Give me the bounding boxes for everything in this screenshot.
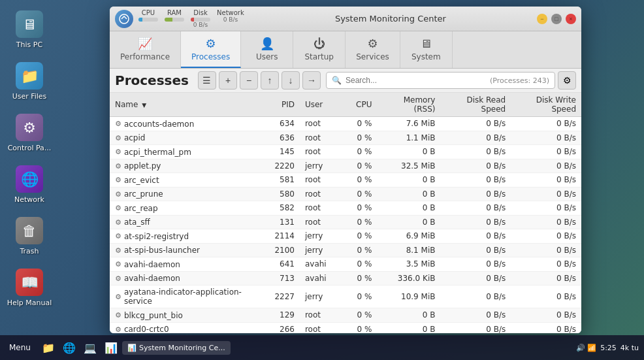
sidebar-item-user-files[interactable]: 📁 User Files — [3, 58, 56, 105]
cell-cpu: 0 % — [342, 271, 378, 286]
cell-memory: 0 B — [377, 215, 440, 229]
minimize-button[interactable]: − — [537, 14, 547, 24]
cell-memory: 0 B — [377, 201, 440, 216]
move-down-button[interactable]: ↓ — [282, 71, 300, 90]
process-gear-icon: ⚙ — [115, 218, 121, 227]
cell-cpu: 0 % — [342, 131, 378, 145]
cell-disk-write: 0 B/s — [511, 243, 581, 257]
cell-disk-write: 0 B/s — [511, 201, 581, 216]
table-row[interactable]: ⚙ blkcg_punt_bio 129 root 0 % 0 B 0 B/s … — [110, 308, 581, 323]
col-header-memory[interactable]: Memory (RSS) — [377, 93, 440, 117]
cell-pid: 131 — [265, 215, 300, 229]
list-view-button[interactable]: ☰ — [198, 71, 216, 90]
window-title: System Monitoring Center — [244, 14, 537, 24]
sidebar-item-label: Control Pa... — [8, 144, 52, 152]
col-header-name[interactable]: Name ▼ — [110, 93, 265, 117]
taskbar-menu-button[interactable]: Menu — [3, 340, 37, 355]
sidebar-item-trash[interactable]: 🗑 Trash — [3, 213, 56, 259]
table-row[interactable]: ⚙ arc_reap 582 root 0 % 0 B 0 B/s 0 B/s — [110, 201, 581, 216]
cell-cpu: 0 % — [342, 201, 378, 216]
cell-name: ⚙ applet.py — [110, 159, 265, 173]
cell-name: ⚙ arc_prune — [110, 187, 265, 201]
sidebar-item-network[interactable]: 🌐 Network — [3, 161, 56, 208]
cell-memory: 10.9 MiB — [377, 286, 440, 308]
table-row[interactable]: ⚙ acpid 636 root 0 % 1.1 MiB 0 B/s 0 B/s — [110, 131, 581, 145]
cell-user: root — [300, 117, 342, 131]
cell-disk-write: 0 B/s — [511, 229, 581, 244]
remove-process-button[interactable]: − — [240, 71, 258, 90]
sidebar-item-this-pc[interactable]: 🖥 This PC — [3, 7, 56, 53]
col-header-cpu[interactable]: CPU — [342, 93, 378, 117]
cell-disk-read: 0 B/s — [440, 187, 511, 201]
help-icon: 📖 — [16, 269, 43, 296]
table-row[interactable]: ⚙ accounts-daemon 634 root 0 % 7.6 MiB 0… — [110, 117, 581, 131]
maximize-button[interactable]: □ — [551, 14, 562, 24]
cell-cpu: 0 % — [342, 308, 378, 323]
taskbar-monitor-icon[interactable]: 📊 — [101, 338, 121, 357]
table-row[interactable]: ⚙ avahi-daemon 713 avahi 0 % 336.0 KiB 0… — [110, 271, 581, 286]
sidebar-item-label: This PC — [16, 41, 42, 49]
taskbar-terminal-icon[interactable]: 💻 — [80, 338, 100, 357]
trash-icon: 🗑 — [16, 217, 43, 244]
table-row[interactable]: ⚙ arc_evict 581 root 0 % 0 B 0 B/s 0 B/s — [110, 173, 581, 188]
window: CPU RAM Disk 0 B/s — [110, 7, 581, 333]
tab-users[interactable]: 👤 Users — [241, 31, 293, 68]
cell-memory: 1.1 MiB — [377, 131, 440, 145]
tab-processes[interactable]: ⚙ Processes — [181, 31, 241, 68]
tab-services[interactable]: ⚙ Services — [346, 31, 400, 68]
col-header-user[interactable]: User — [300, 93, 342, 117]
col-header-disk-read[interactable]: Disk Read Speed — [440, 93, 511, 117]
sidebar-item-control-panel[interactable]: ⚙ Control Pa... — [3, 110, 56, 156]
cell-user: root — [300, 173, 342, 188]
cell-pid: 129 — [265, 308, 300, 323]
tab-label: Processes — [191, 52, 230, 61]
taskbar-window-icon: 📊 — [127, 344, 137, 352]
col-header-pid[interactable]: PID — [265, 93, 300, 117]
process-table-container[interactable]: Name ▼ PID User CPU Memory — [110, 93, 581, 333]
table-row[interactable]: ⚙ avahi-daemon 641 avahi 0 % 3.5 MiB 0 B… — [110, 257, 581, 272]
close-button[interactable]: × — [566, 14, 576, 24]
move-up-button[interactable]: ↑ — [261, 71, 279, 90]
cell-cpu: 0 % — [342, 243, 378, 257]
taskbar-files-icon[interactable]: 📁 — [39, 338, 58, 357]
cell-name: ⚙ at-spi2-registryd — [110, 229, 265, 244]
cell-disk-write: 0 B/s — [511, 131, 581, 145]
table-row[interactable]: ⚙ ayatana-indicator-application-service … — [110, 286, 581, 308]
process-tbody: ⚙ accounts-daemon 634 root 0 % 7.6 MiB 0… — [110, 117, 581, 334]
table-row[interactable]: ⚙ arc_prune 580 root 0 % 0 B 0 B/s 0 B/s — [110, 187, 581, 201]
cell-user: jerry — [300, 159, 342, 173]
cell-disk-read: 0 B/s — [440, 173, 511, 188]
table-row[interactable]: ⚙ applet.py 2220 jerry 0 % 32.5 MiB 0 B/… — [110, 159, 581, 173]
cell-memory: 6.9 MiB — [377, 229, 440, 244]
table-row[interactable]: ⚙ ata_sff 131 root 0 % 0 B 0 B/s 0 B/s — [110, 215, 581, 229]
tab-system[interactable]: 🖥 System — [400, 31, 453, 68]
table-row[interactable]: ⚙ card0-crtc0 266 root 0 % 0 B 0 B/s 0 B… — [110, 322, 581, 333]
tab-startup[interactable]: ⏻ Startup — [293, 31, 346, 68]
process-gear-icon: ⚙ — [115, 134, 121, 142]
tab-label: Startup — [304, 52, 334, 61]
add-process-button[interactable]: + — [219, 71, 237, 90]
taskbar-icons: 📁 🌐 💻 📊 — [39, 338, 121, 357]
taskbar-browser-icon[interactable]: 🌐 — [59, 338, 79, 357]
process-gear-icon: ⚙ — [115, 190, 121, 199]
table-row[interactable]: ⚙ acpi_thermal_pm 145 root 0 % 0 B 0 B/s… — [110, 145, 581, 159]
cell-pid: 582 — [265, 201, 300, 216]
tab-performance[interactable]: 📈 Performance — [110, 31, 181, 68]
table-row[interactable]: ⚙ at-spi2-registryd 2114 jerry 0 % 6.9 M… — [110, 229, 581, 244]
control-panel-icon: ⚙ — [16, 114, 43, 141]
taskbar-window-button[interactable]: 📊 System Monitoring Ce... — [122, 341, 231, 355]
col-header-disk-write[interactable]: Disk Write Speed — [511, 93, 581, 117]
table-row[interactable]: ⚙ at-spi-bus-launcher 2100 jerry 0 % 8.1… — [110, 243, 581, 257]
sidebar-item-help-manual[interactable]: 📖 Help Manual — [3, 265, 56, 311]
toolbar: Processes ☰ + − ↑ ↓ → 🔍 (Processes: 243)… — [110, 69, 581, 93]
cell-user: jerry — [300, 243, 342, 257]
taskbar-time: 5:25 — [600, 344, 617, 352]
search-icon: 🔍 — [332, 76, 342, 85]
cell-name: ⚙ at-spi-bus-launcher — [110, 243, 265, 257]
search-input[interactable] — [346, 76, 486, 85]
process-gear-icon: ⚙ — [115, 246, 121, 255]
network-icon: 🌐 — [16, 165, 43, 193]
cell-memory: 336.0 KiB — [377, 271, 440, 286]
settings-button[interactable]: ⚙ — [558, 71, 576, 90]
expand-button[interactable]: → — [302, 71, 321, 90]
